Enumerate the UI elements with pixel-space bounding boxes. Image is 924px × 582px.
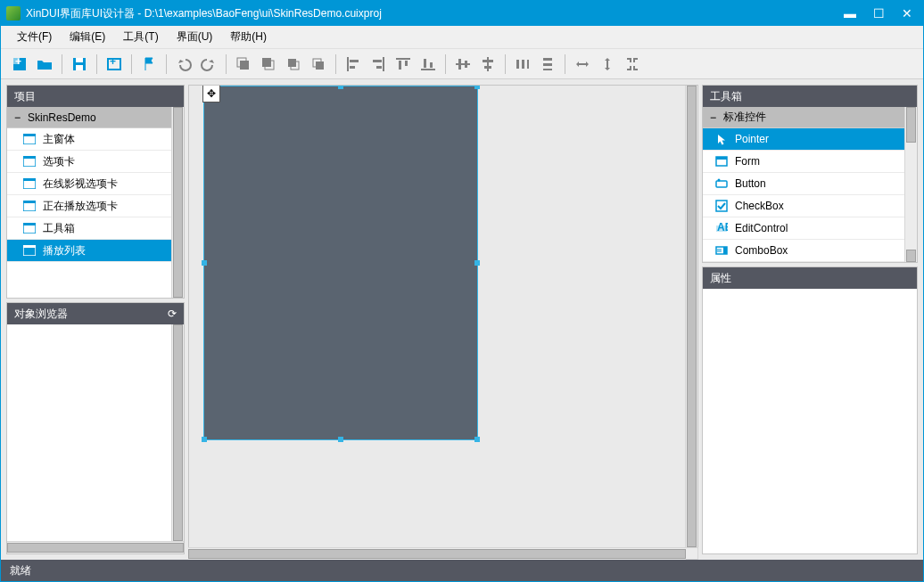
bring-front-button[interactable] <box>232 53 255 76</box>
project-item-label: 正在播放选项卡 <box>43 199 118 214</box>
same-size-button[interactable] <box>621 53 644 76</box>
move-handle-icon[interactable]: ✥ <box>202 85 220 102</box>
undo-button[interactable] <box>172 53 195 76</box>
same-height-button[interactable] <box>596 53 619 76</box>
resize-handle-ne[interactable] <box>474 85 480 89</box>
status-text: 就绪 <box>10 563 31 578</box>
main-window: XinDUI界面库UI设计器 - D:\1\examples\BaoFeng\u… <box>0 0 924 582</box>
send-backward-button[interactable] <box>307 53 330 76</box>
checkbox-icon <box>715 200 728 212</box>
project-item[interactable]: 选项卡 <box>7 151 171 173</box>
toolbox-item[interactable]: AB|EditControl <box>703 217 904 240</box>
refresh-icon[interactable]: ⟳ <box>168 307 177 320</box>
editcontrol-icon: AB| <box>715 222 728 234</box>
send-back-button[interactable] <box>257 53 280 76</box>
svg-rect-26 <box>424 59 426 68</box>
project-panel: 项目 −SkinResDemo 主窗体选项卡在线影视选项卡正在播放选项卡工具箱播… <box>6 85 185 299</box>
same-width-button[interactable] <box>571 53 594 76</box>
maximize-button[interactable]: ☐ <box>868 6 889 20</box>
canvas-vscroll[interactable] <box>685 86 697 547</box>
menu-ui[interactable]: 界面(U) <box>168 26 222 48</box>
toolbox-item[interactable]: Pointer <box>703 128 904 151</box>
redo-button[interactable] <box>197 53 220 76</box>
save-button[interactable] <box>68 53 91 76</box>
svg-rect-8 <box>240 61 249 70</box>
selected-design-object[interactable]: ✥ <box>203 86 478 440</box>
form-icon <box>715 155 728 168</box>
resize-handle-w[interactable] <box>202 260 207 266</box>
svg-rect-21 <box>376 66 382 69</box>
distribute-v-button[interactable] <box>536 53 559 76</box>
menu-edit[interactable]: 编辑(E) <box>61 26 114 48</box>
menubar: 文件(F) 编辑(E) 工具(T) 界面(U) 帮助(H) <box>1 26 923 49</box>
toolbox-header: 工具箱 <box>703 86 917 107</box>
align-right-button[interactable] <box>367 53 390 76</box>
minimize-button[interactable]: ▬ <box>839 6 861 20</box>
project-vscroll[interactable] <box>171 107 184 298</box>
align-center-v-button[interactable] <box>476 53 499 76</box>
distribute-h-button[interactable] <box>511 53 534 76</box>
menu-tools[interactable]: 工具(T) <box>114 26 167 48</box>
align-left-button[interactable] <box>342 53 365 76</box>
design-canvas-wrap: ✥ <box>188 85 698 547</box>
project-item[interactable]: 正在播放选项卡 <box>7 195 171 217</box>
browser-hscroll[interactable] <box>7 541 184 553</box>
project-item[interactable]: 主窗体 <box>7 128 171 151</box>
bring-forward-button[interactable] <box>282 53 305 76</box>
toolbox-item[interactable]: ComboBox <box>703 240 904 262</box>
toolbox-item-label: Button <box>735 177 766 190</box>
svg-point-57 <box>718 179 721 182</box>
close-button[interactable]: ✕ <box>896 6 918 20</box>
svg-text:AB|: AB| <box>717 222 728 234</box>
svg-rect-30 <box>465 61 467 68</box>
toolbox-panel: 工具箱 −标准控件 PointerFormButtonCheckBoxAB|Ed… <box>702 85 918 263</box>
svg-rect-55 <box>716 157 727 160</box>
toolbox-vscroll[interactable] <box>904 107 917 262</box>
svg-rect-27 <box>430 62 433 68</box>
toolbox-item[interactable]: CheckBox <box>703 195 904 217</box>
resize-handle-sw[interactable] <box>202 437 207 442</box>
project-item-label: 工具箱 <box>43 221 75 236</box>
toolbox-item[interactable]: Button <box>703 173 904 195</box>
resize-handle-s[interactable] <box>338 437 343 442</box>
svg-rect-4 <box>76 58 83 62</box>
align-bottom-button[interactable] <box>417 53 440 76</box>
svg-rect-36 <box>527 60 529 69</box>
titlebar[interactable]: XinDUI界面库UI设计器 - D:\1\examples\BaoFeng\u… <box>1 1 923 26</box>
toolbox-item[interactable]: Form <box>703 151 904 173</box>
window-icon <box>23 134 36 144</box>
svg-rect-10 <box>262 58 271 67</box>
project-item[interactable]: 播放列表 <box>7 240 171 262</box>
properties-panel: 属性 <box>702 266 918 554</box>
new-window-button[interactable]: + <box>103 53 126 76</box>
menu-file[interactable]: 文件(F) <box>8 26 61 48</box>
project-root[interactable]: −SkinResDemo <box>7 107 171 128</box>
toolbox-category[interactable]: −标准控件 <box>703 107 904 128</box>
window-icon <box>23 178 36 189</box>
project-item[interactable]: 工具箱 <box>7 217 171 240</box>
flag-button[interactable] <box>137 53 161 76</box>
project-item[interactable]: 在线影视选项卡 <box>7 173 171 195</box>
svg-text:+: + <box>110 55 116 68</box>
project-item-label: 主窗体 <box>43 132 75 147</box>
properties-header: 属性 <box>703 267 917 289</box>
svg-rect-33 <box>484 66 491 69</box>
object-browser-panel: 对象浏览器⟳ <box>6 302 185 554</box>
menu-help[interactable]: 帮助(H) <box>221 26 276 48</box>
project-item-label: 在线影视选项卡 <box>43 176 118 192</box>
align-top-button[interactable] <box>392 53 415 76</box>
browser-vscroll[interactable] <box>171 324 184 541</box>
open-button[interactable] <box>33 53 56 76</box>
toolbox-item-label: CheckBox <box>735 200 784 212</box>
collapse-icon[interactable]: − <box>710 111 716 124</box>
resize-handle-se[interactable] <box>474 437 480 442</box>
collapse-icon[interactable]: − <box>14 111 21 124</box>
align-center-h-button[interactable] <box>451 53 474 76</box>
resize-handle-n[interactable] <box>338 85 343 89</box>
resize-handle-e[interactable] <box>474 260 480 266</box>
svg-rect-49 <box>23 201 36 203</box>
toolbox-item-label: EditControl <box>735 222 788 234</box>
design-canvas[interactable]: ✥ <box>189 86 685 547</box>
new-button[interactable]: + <box>8 53 31 76</box>
canvas-hscroll[interactable] <box>188 547 686 560</box>
